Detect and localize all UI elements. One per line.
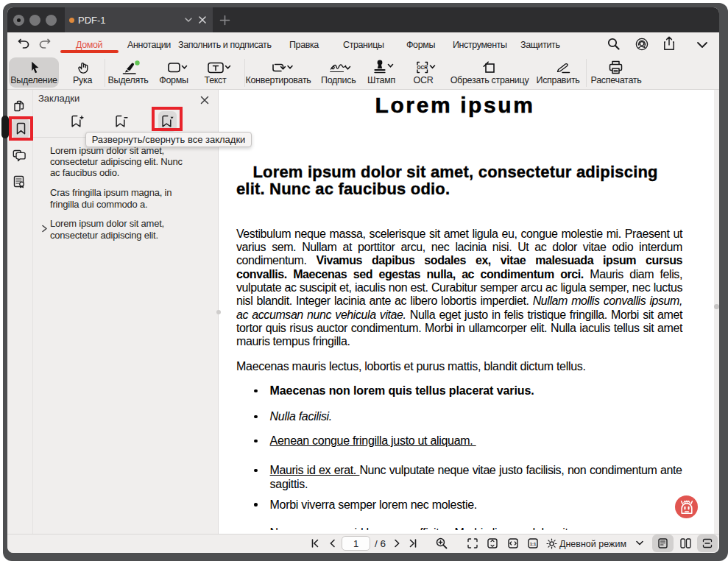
svg-text:OCR: OCR	[417, 65, 428, 70]
svg-text:1:1: 1:1	[530, 542, 537, 546]
